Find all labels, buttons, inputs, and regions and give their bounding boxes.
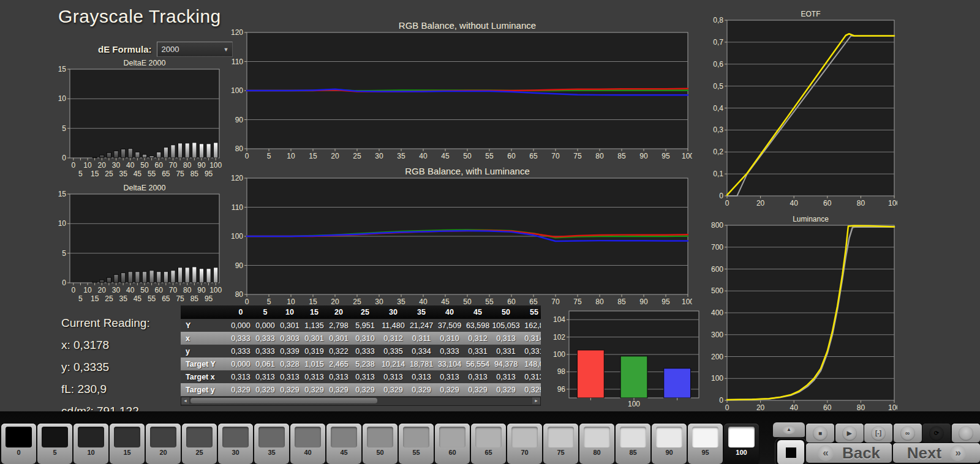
table-cell: 0,000 [228, 360, 253, 369]
table-col-header: 45 [464, 308, 492, 316]
pattern-swatch-0[interactable]: 0 [1, 424, 36, 464]
rgb-levels-chart: 9698100102104100 [553, 305, 703, 409]
svg-text:110: 110 [232, 203, 243, 212]
table-row-label: x [181, 334, 228, 343]
next-button[interactable]: Next » [893, 443, 980, 463]
pattern-swatch-5[interactable]: 5 [37, 424, 72, 464]
refresh-button[interactable]: ⟳ [922, 424, 951, 443]
pattern-level-label: 75 [543, 449, 578, 456]
svg-text:85: 85 [190, 294, 199, 303]
pattern-swatch-95[interactable]: 95 [688, 424, 723, 464]
table-row-target-y: Target y0,3290,3290,3290,3290,3290,3290,… [181, 383, 541, 396]
svg-text:0: 0 [245, 152, 249, 160]
gray-patch [42, 427, 68, 447]
table-cell: 0,313 [277, 373, 302, 381]
table-cell: 0,313 [228, 373, 253, 381]
pattern-swatch-50[interactable]: 50 [363, 424, 398, 464]
svg-text:100: 100 [209, 161, 222, 170]
svg-text:20: 20 [331, 297, 339, 306]
table-cell: 0,313 [464, 373, 492, 381]
svg-text:80: 80 [857, 199, 865, 208]
pattern-swatch-65[interactable]: 65 [471, 424, 506, 464]
interval-button[interactable]: [-] [864, 424, 892, 443]
de-formula-dropdown[interactable]: 2000 ▼ [157, 42, 233, 57]
loop-button[interactable]: ∞ [894, 424, 922, 443]
scrollbar-thumb[interactable] [190, 398, 377, 403]
svg-text:70: 70 [551, 152, 560, 160]
refresh-icon: ⟳ [929, 426, 944, 441]
pattern-level-label: 50 [363, 449, 398, 456]
table-row-label: Target Y [181, 360, 228, 369]
svg-text:0,8: 0,8 [713, 16, 723, 24]
table-cell: 0,331 [492, 347, 520, 356]
pattern-swatch-55[interactable]: 55 [399, 424, 434, 464]
svg-text:70: 70 [169, 286, 178, 294]
play-button[interactable]: ▶ [835, 424, 864, 443]
pattern-swatch-85[interactable]: 85 [616, 424, 650, 464]
svg-text:35: 35 [119, 170, 127, 178]
collapse-pattern-bar-button[interactable]: ▲ [773, 422, 805, 437]
pattern-swatch-80[interactable]: 80 [579, 424, 614, 464]
table-row-y: Y0,0000,0000,3011,1352,7985,95111,48021,… [181, 319, 541, 332]
svg-text:20: 20 [331, 152, 339, 160]
pattern-swatch-35[interactable]: 35 [254, 424, 289, 464]
table-cell: 0,329 [379, 386, 407, 394]
record-button[interactable] [952, 424, 980, 443]
table-cell: 0,329 [464, 386, 492, 394]
table-col-header: 55 [520, 308, 541, 316]
table-cell: 0,331 [520, 347, 541, 356]
table-cell: 162,8 [520, 321, 541, 330]
svg-text:110: 110 [232, 58, 243, 66]
scroll-right-icon[interactable]: ► [532, 397, 540, 404]
de-formula-label: dE Formula: [98, 44, 152, 54]
table-cell: 0,329 [492, 386, 520, 394]
pattern-swatch-40[interactable]: 40 [290, 424, 325, 464]
pattern-swatch-100[interactable]: 100 [724, 424, 759, 464]
svg-text:5: 5 [62, 249, 66, 258]
svg-text:45: 45 [134, 294, 142, 303]
svg-text:0,2: 0,2 [713, 148, 723, 156]
pattern-level-label: 10 [74, 449, 108, 456]
svg-text:0: 0 [71, 161, 75, 170]
pattern-swatch-20[interactable]: 20 [146, 424, 181, 464]
pattern-swatch-25[interactable]: 25 [182, 424, 217, 464]
table-horizontal-scrollbar[interactable]: ◄► [181, 397, 541, 406]
rgb-balance-with-luminance-chart: RGB Balance, with Luminance8090100110120… [222, 162, 692, 309]
table-cell: 0,313 [302, 373, 326, 381]
luminance-chart: Luminance0100200300400500600700800020406… [692, 213, 897, 415]
table-cell: 0,329 [326, 386, 351, 394]
svg-text:RGB Balance, with Luminance: RGB Balance, with Luminance [405, 166, 529, 176]
table-cell: 1,135 [302, 321, 326, 330]
pattern-window-button[interactable] [775, 438, 806, 464]
pattern-level-label: 30 [218, 449, 253, 456]
pattern-swatch-90[interactable]: 90 [652, 424, 687, 464]
svg-text:100: 100 [231, 86, 243, 95]
pattern-swatch-45[interactable]: 45 [326, 424, 361, 464]
pattern-swatch-30[interactable]: 30 [218, 424, 253, 464]
table-col-header: 35 [407, 308, 435, 316]
svg-text:DeltaE 2000: DeltaE 2000 [124, 59, 166, 67]
table-cell: 0,313 [407, 373, 435, 381]
pattern-swatch-10[interactable]: 10 [74, 424, 108, 464]
svg-text:60: 60 [507, 152, 516, 160]
pattern-swatch-15[interactable]: 15 [110, 424, 145, 464]
pattern-swatch-75[interactable]: 75 [543, 424, 578, 464]
table-cell: 2,798 [326, 321, 351, 330]
svg-text:55: 55 [485, 152, 494, 160]
pattern-swatch-70[interactable]: 70 [507, 424, 542, 464]
svg-text:0,1: 0,1 [713, 170, 723, 178]
svg-text:100: 100 [888, 403, 897, 412]
svg-text:75: 75 [573, 152, 582, 160]
svg-text:65: 65 [162, 294, 170, 303]
svg-text:10: 10 [83, 286, 92, 294]
back-button[interactable]: « Back [806, 443, 892, 463]
table-cell: 0,301 [277, 321, 302, 330]
svg-text:700: 700 [711, 243, 723, 252]
pattern-swatch-60[interactable]: 60 [435, 424, 470, 464]
stop-button[interactable]: ■ [806, 424, 834, 443]
scroll-left-icon[interactable]: ◄ [181, 397, 189, 404]
table-cell: 0,329 [253, 386, 277, 394]
table-col-header: 30 [379, 308, 407, 316]
rgb-balance-without-luminance-chart: RGB Balance, without Luminance8090100110… [222, 16, 692, 163]
svg-text:60: 60 [823, 403, 832, 412]
